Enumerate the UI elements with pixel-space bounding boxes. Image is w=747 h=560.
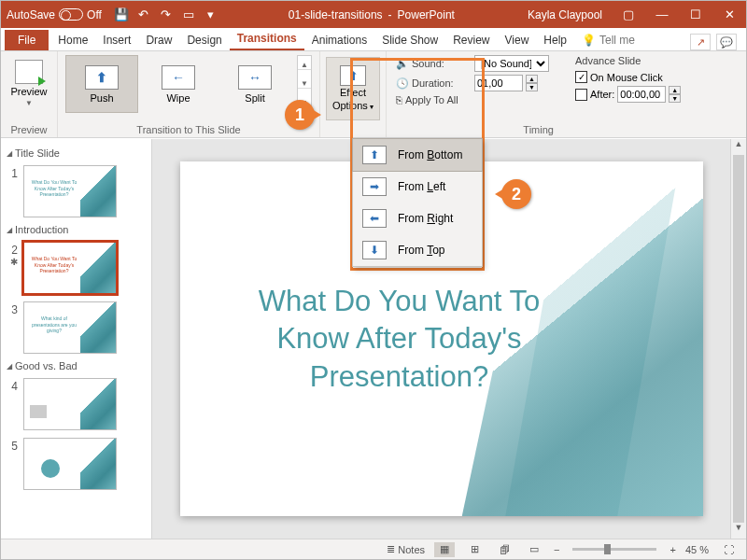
fit-window-icon[interactable]: ⛶ xyxy=(718,542,739,557)
wipe-arrow-icon: ← xyxy=(172,70,185,85)
toggle-icon xyxy=(59,8,83,21)
callout-badge-1: 1 xyxy=(285,100,315,130)
gallery-down-icon[interactable]: ▼ xyxy=(298,79,311,89)
duration-down[interactable]: ▼ xyxy=(526,83,538,91)
status-bar: ≣Notes ▦ ⊞ 🗐 ▭ − + 45 % ⛶ xyxy=(1,539,746,559)
chevron-down-icon: ▼ xyxy=(25,99,33,107)
zoom-slider[interactable] xyxy=(572,548,656,551)
apply-to-all-button[interactable]: ⎘ Apply To All xyxy=(396,94,549,105)
transition-wipe[interactable]: ← Wipe xyxy=(142,55,215,113)
comments-icon[interactable]: 💬 xyxy=(716,34,737,50)
ribbon-options-icon[interactable]: ▢ xyxy=(612,1,645,28)
sorter-view-icon[interactable]: ⊞ xyxy=(464,542,485,557)
menu-from-right[interactable]: ⬅ From Right xyxy=(353,203,482,234)
from-right-icon: ⬅ xyxy=(362,209,387,228)
slide-thumb-5[interactable] xyxy=(23,438,117,490)
push-arrow-icon: ⬆ xyxy=(96,70,107,85)
section-good-bad[interactable]: Good vs. Bad xyxy=(5,357,148,374)
redo-icon[interactable]: ↷ xyxy=(156,5,176,25)
menu-from-bottom[interactable]: ⬆ From Bottom xyxy=(352,138,483,172)
reading-view-icon[interactable]: 🗐 xyxy=(494,542,514,557)
tab-insert[interactable]: Insert xyxy=(95,30,138,50)
zoom-level[interactable]: 45 % xyxy=(685,544,709,555)
after-down[interactable]: ▼ xyxy=(669,94,681,103)
from-top-icon: ⬇ xyxy=(362,241,387,259)
ribbon: Preview ▼ Preview ⬆ Push ← Wipe ↔ Split … xyxy=(1,51,746,138)
close-icon[interactable]: ✕ xyxy=(712,1,746,28)
autosave-state: Off xyxy=(87,8,102,21)
transition-indicator-icon: ✱ xyxy=(10,257,18,267)
save-icon[interactable]: 💾 xyxy=(111,5,132,25)
sound-select[interactable]: [No Sound] xyxy=(474,55,549,72)
vertical-scrollbar[interactable]: ▲ ▼ xyxy=(730,139,746,539)
share-icon[interactable]: ↗ xyxy=(690,34,711,50)
menu-from-top[interactable]: ⬇ From Top xyxy=(353,234,482,266)
tab-help[interactable]: Help xyxy=(536,30,574,50)
thumb-number: 5 xyxy=(7,438,18,453)
after-checkbox-row[interactable]: After: ▲▼ xyxy=(575,86,681,103)
transition-push[interactable]: ⬆ Push xyxy=(65,55,138,113)
normal-view-icon[interactable]: ▦ xyxy=(434,542,455,557)
tab-transitions[interactable]: Transitions xyxy=(230,28,304,50)
slide-thumb-3[interactable]: What kind of presentations are you givin… xyxy=(23,301,117,354)
autosave-toggle[interactable]: AutoSave Off xyxy=(1,8,107,21)
user-name[interactable]: Kayla Claypool xyxy=(518,8,612,21)
notes-button[interactable]: ≣Notes xyxy=(387,543,425,555)
zoom-in-button[interactable]: + xyxy=(669,544,675,555)
gallery-up-icon[interactable]: ▲ xyxy=(298,61,311,70)
after-up[interactable]: ▲ xyxy=(669,86,681,94)
scroll-up-icon[interactable]: ▲ xyxy=(731,139,746,155)
section-title-slide[interactable]: Title Slide xyxy=(5,145,148,161)
tell-me[interactable]: 💡Tell me xyxy=(574,30,642,50)
minimize-icon[interactable]: — xyxy=(645,1,679,28)
callout-badge-2: 2 xyxy=(501,179,531,209)
tab-review[interactable]: Review xyxy=(445,30,497,50)
tab-slideshow[interactable]: Slide Show xyxy=(374,30,445,50)
tab-design[interactable]: Design xyxy=(179,30,229,50)
checkbox-checked-icon: ✓ xyxy=(575,71,587,83)
maximize-icon[interactable]: ☐ xyxy=(679,1,712,28)
start-show-icon[interactable]: ▭ xyxy=(178,5,199,25)
group-label-preview: Preview xyxy=(8,122,49,135)
tab-file[interactable]: File xyxy=(5,30,49,50)
slide-title-text[interactable]: What Do You Want To Know After Today's P… xyxy=(227,283,572,396)
autosave-label: AutoSave xyxy=(7,8,55,21)
section-introduction[interactable]: Introduction xyxy=(5,221,148,238)
duration-label: Duration: xyxy=(412,77,472,89)
title-bar: AutoSave Off 💾 ↶ ↷ ▭ ▾ 01-slide-transiti… xyxy=(1,1,746,28)
scroll-down-icon[interactable]: ▼ xyxy=(731,523,746,539)
duration-up[interactable]: ▲ xyxy=(526,75,538,83)
after-input[interactable] xyxy=(617,86,666,103)
group-timing: 🔈 Sound: [No Sound] 🕓 Duration: ▲▼ ⎘ App… xyxy=(387,51,690,137)
preview-icon xyxy=(15,60,43,84)
slide-thumb-2[interactable]: What Do You Want To Know After Today's P… xyxy=(23,242,117,294)
duration-input[interactable] xyxy=(474,75,523,91)
from-bottom-icon: ⬆ xyxy=(362,146,387,164)
effect-options-icon: ⬆ xyxy=(340,65,366,86)
zoom-out-button[interactable]: − xyxy=(554,544,559,555)
bulb-icon: 💡 xyxy=(582,34,596,47)
split-arrow-icon: ↔ xyxy=(248,70,261,85)
effect-options-button[interactable]: ⬆ Effect Options ▾ xyxy=(326,57,380,120)
menu-from-left[interactable]: ➡ From Left xyxy=(353,171,482,203)
tab-view[interactable]: View xyxy=(498,30,537,50)
zoom-knob[interactable] xyxy=(604,544,611,554)
group-transition: ⬆ Push ← Wipe ↔ Split ▲ ▼ ▾ Transition t… xyxy=(58,51,320,137)
tab-animations[interactable]: Animations xyxy=(304,30,374,50)
tab-home[interactable]: Home xyxy=(50,30,95,50)
qat-more-icon[interactable]: ▾ xyxy=(201,5,221,25)
tab-draw[interactable]: Draw xyxy=(138,30,179,50)
slide-thumb-1[interactable]: What Do You Want To Know After Today's P… xyxy=(23,165,117,217)
slideshow-view-icon[interactable]: ▭ xyxy=(524,542,544,557)
group-label-transition: Transition to This Slide xyxy=(65,122,312,135)
transition-split[interactable]: ↔ Split xyxy=(218,55,291,113)
thumb-number: 1 xyxy=(7,165,18,180)
undo-icon[interactable]: ↶ xyxy=(134,5,154,25)
thumbnail-pane: Title Slide 1 What Do You Want To Know A… xyxy=(1,139,152,539)
preview-button[interactable]: Preview ▼ xyxy=(8,55,49,111)
from-left-icon: ➡ xyxy=(362,177,387,196)
window-title: 01-slide-transitions - PowerPoint xyxy=(225,8,518,21)
scroll-thumb[interactable] xyxy=(733,155,744,523)
slide-thumb-4[interactable] xyxy=(23,378,117,430)
on-mouse-click-checkbox[interactable]: ✓ On Mouse Click xyxy=(575,71,681,83)
